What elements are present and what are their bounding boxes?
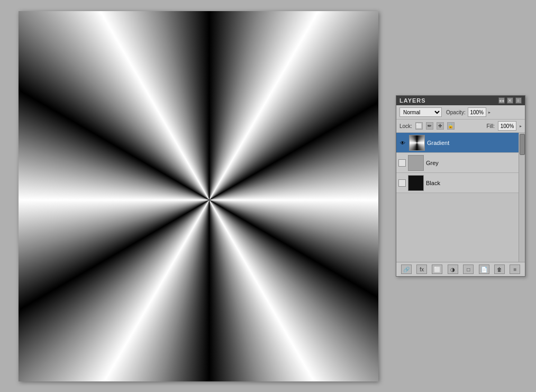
canvas-area bbox=[0, 0, 397, 392]
blend-opacity-row: Normal Multiply Screen Overlay Opacity: … bbox=[396, 105, 525, 120]
thumb-gradient-img bbox=[410, 135, 424, 150]
group-button[interactable]: □ bbox=[463, 265, 474, 274]
fill-label: Fill: bbox=[486, 123, 495, 129]
fill-arrow[interactable]: ▸ bbox=[520, 124, 522, 129]
thumb-black-img bbox=[408, 176, 423, 190]
layers-scrollbar[interactable] bbox=[519, 133, 525, 262]
layer-thumb-black bbox=[408, 175, 424, 191]
adjustment-button[interactable]: ◑ bbox=[448, 265, 458, 274]
canvas-gradient bbox=[19, 11, 378, 381]
thumb-grey-img bbox=[408, 156, 423, 170]
layer-thumb-grey bbox=[408, 155, 424, 171]
layer-item-grey[interactable]: Grey bbox=[396, 153, 525, 173]
lock-label: Lock: bbox=[399, 123, 412, 129]
scroll-thumb[interactable] bbox=[520, 134, 525, 155]
titlebar-controls: ◂◂ ✕ ≡ bbox=[498, 97, 522, 104]
link-layers-button[interactable]: 🔗 bbox=[401, 265, 412, 274]
lock-pixels-btn[interactable]: ⬜ bbox=[415, 122, 423, 130]
layers-list: Gradient Grey Black bbox=[396, 133, 525, 262]
lock-all-btn[interactable]: 🔒 bbox=[447, 122, 455, 130]
delete-layer-button[interactable]: 🗑 bbox=[494, 265, 505, 274]
collapse-button[interactable]: ◂◂ bbox=[498, 97, 505, 104]
eye-icon-gradient bbox=[400, 140, 405, 146]
new-layer-button[interactable]: 📄 bbox=[479, 265, 489, 274]
layer-item-gradient[interactable]: Gradient bbox=[396, 133, 525, 153]
fx-button[interactable]: fx bbox=[416, 265, 427, 274]
fill-input[interactable] bbox=[498, 121, 516, 131]
opacity-label: Opacity: bbox=[446, 110, 466, 115]
layer-thumb-gradient bbox=[409, 135, 425, 151]
layer-item-black[interactable]: Black bbox=[396, 173, 525, 193]
blend-mode-select[interactable]: Normal Multiply Screen Overlay bbox=[399, 107, 442, 117]
lock-position-btn[interactable]: ✏ bbox=[426, 122, 433, 130]
layers-titlebar: LAYERS ◂◂ ✕ ≡ bbox=[396, 96, 525, 105]
canvas-document bbox=[19, 11, 378, 381]
opacity-arrow[interactable]: ▸ bbox=[488, 110, 490, 115]
layer-name-grey: Grey bbox=[426, 160, 523, 166]
close-button[interactable]: ✕ bbox=[507, 97, 513, 104]
menu-button[interactable]: ≡ bbox=[515, 97, 522, 104]
layers-title: LAYERS bbox=[399, 97, 426, 104]
layer-name-gradient: Gradient bbox=[427, 140, 523, 146]
layer-name-black: Black bbox=[426, 180, 523, 186]
lock-row: Lock: ⬜ ✏ ✛ 🔒 Fill: ▸ bbox=[396, 120, 525, 133]
lock-move-btn[interactable]: ✛ bbox=[437, 122, 444, 130]
opacity-input[interactable] bbox=[468, 107, 486, 117]
layers-panel: LAYERS ◂◂ ✕ ≡ Normal Multiply Screen Ove… bbox=[396, 95, 525, 277]
layers-footer: 🔗 fx ⬜ ◑ □ 📄 🗑 ≡ bbox=[396, 262, 525, 276]
layer-visibility-black[interactable] bbox=[398, 179, 406, 187]
layers-list-container: Gradient Grey Black bbox=[396, 133, 525, 262]
panel-menu-button[interactable]: ≡ bbox=[510, 265, 520, 274]
layer-visibility-gradient[interactable] bbox=[398, 139, 407, 147]
layers-empty-space bbox=[396, 193, 525, 262]
mask-button[interactable]: ⬜ bbox=[432, 265, 442, 274]
layer-visibility-grey[interactable] bbox=[398, 159, 406, 167]
